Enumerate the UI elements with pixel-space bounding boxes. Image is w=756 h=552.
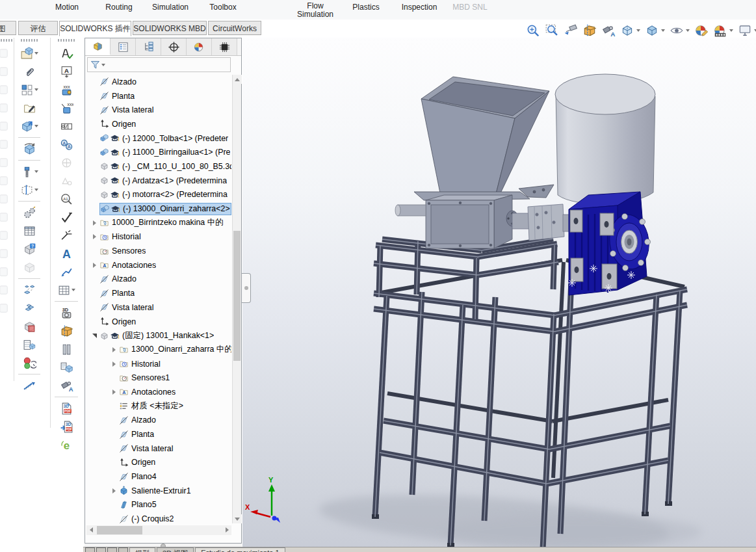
- fm-tab-configuration-manager[interactable]: [136, 38, 161, 55]
- ribbon-tab-评估[interactable]: 评估: [18, 21, 58, 35]
- tree-item-固定-13001-hankak-1[interactable]: (固定) 13001_Hankak<1>: [86, 328, 231, 343]
- tree-item-13000-oinarri-zaharra-中的[interactable]: 13000_Oinarri_zaharra 中的: [86, 343, 231, 357]
- tool-motion-study[interactable]: [23, 204, 36, 221]
- tree-item-origen[interactable]: Origen: [86, 456, 231, 470]
- menu-item-mbd-snl[interactable]: MBD SNL: [452, 3, 487, 12]
- fm-tab-display-manager[interactable]: [187, 38, 212, 55]
- tool-smart-dimension[interactable]: xxx: [60, 81, 73, 98]
- chevron-down-icon[interactable]: [729, 29, 733, 32]
- ribbon-tab-solidworks-mbd[interactable]: SOLIDWORKS MBD: [133, 21, 207, 35]
- chevron-down-icon[interactable]: [34, 189, 38, 191]
- chevron-down-icon[interactable]: [636, 29, 640, 32]
- tool-rotate-component[interactable]: [23, 140, 36, 157]
- chevron-down-icon[interactable]: [34, 52, 38, 55]
- tool-smart-fasteners[interactable]: [20, 163, 38, 180]
- chevron-down-icon[interactable]: [34, 88, 38, 91]
- toolbar-grip[interactable]: [21, 39, 38, 42]
- tree-item-saliente-extruir1[interactable]: Saliente-Extruir1: [86, 484, 231, 498]
- scroll-right-arrow[interactable]: [222, 525, 231, 534]
- tree-item-croquis2[interactable]: (-) Croquis2: [86, 512, 231, 523]
- menu-item-flow-simulation[interactable]: Flow Simulation: [294, 2, 337, 19]
- tool-multi-leader[interactable]: [60, 263, 73, 280]
- tree-item-vista-lateral[interactable]: Vista lateral: [86, 103, 231, 117]
- expander-collapsed-icon[interactable]: [110, 388, 119, 397]
- tree-item-origen[interactable]: Origen: [86, 315, 231, 329]
- fm-tab-dimxpert-manager[interactable]: [161, 38, 187, 55]
- splitter-button[interactable]: [96, 547, 106, 552]
- splitter-button[interactable]: [107, 547, 117, 552]
- expander-collapsed-icon[interactable]: [90, 218, 99, 228]
- tree-item-alzado[interactable]: Alzado: [86, 75, 231, 89]
- menu-item-toolbox[interactable]: Toolbox: [209, 3, 236, 12]
- tool-annotation-view[interactable]: A: [60, 377, 73, 394]
- headsup-zoom-to-area[interactable]: [544, 23, 560, 38]
- headsup-view-orientation[interactable]: [619, 23, 641, 38]
- tree-filter-input[interactable]: [87, 57, 231, 72]
- tool-attachment[interactable]: [23, 63, 36, 80]
- scroll-down-arrow[interactable]: [233, 514, 242, 523]
- ribbon-tab-solidworks-插件[interactable]: SOLIDWORKS 插件: [59, 21, 131, 36]
- splitter-button[interactable]: [85, 547, 95, 552]
- headsup-display-style[interactable]: [644, 23, 666, 38]
- tree-item-alzado[interactable]: Alzado: [86, 414, 231, 428]
- tool-tolerance-frame[interactable]: [60, 118, 73, 135]
- study-tab-模型[interactable]: 模型: [129, 547, 155, 552]
- tool-capture-3d-view[interactable]: 3D: [60, 304, 73, 321]
- tree-item-cm-110-u-100-80-b5-3d[interactable]: (-) _CM_110_U_100_80_B5.3d<: [86, 159, 231, 174]
- fm-tab-property-manager[interactable]: [111, 38, 136, 55]
- tool-performance-evaluation[interactable]: [23, 354, 36, 371]
- ribbon-tab-circuitworks[interactable]: CircuitWorks: [208, 21, 261, 35]
- tree-item-材质-未指定[interactable]: 材质 <未指定>: [86, 399, 231, 414]
- tree-item-11000-birringailua-1-pre[interactable]: (-) 11000_Birringailua<1> (Pre: [86, 145, 231, 159]
- tree-item-vista-lateral[interactable]: Vista lateral: [86, 441, 231, 456]
- tree-item-13000-oinarri-zaharra-2[interactable]: (-) 13000_Oinarri_zaharra<2>: [86, 202, 231, 216]
- tree-item-planta[interactable]: Planta: [86, 89, 231, 103]
- menu-item-routing[interactable]: Routing: [105, 3, 132, 12]
- tree-item-anotaciones[interactable]: AAnotaciones: [86, 258, 231, 272]
- tree-item-alzado[interactable]: Alzado: [86, 272, 231, 287]
- headsup-section-view[interactable]: [582, 23, 597, 38]
- tool-magnifier-note[interactable]: A1: [60, 191, 73, 207]
- tree-item-historial[interactable]: Historial: [86, 357, 231, 371]
- toolbar-grip[interactable]: [58, 39, 75, 42]
- expander-collapsed-icon[interactable]: [110, 360, 119, 369]
- tool-exploded-view[interactable]: [23, 282, 36, 298]
- tree-horizontal-scrollbar[interactable]: [86, 525, 231, 535]
- tool-edrawings[interactable]: e: [60, 436, 73, 453]
- scroll-thumb[interactable]: [233, 231, 241, 361]
- tree-item-sensores1[interactable]: Sensores1: [86, 371, 231, 385]
- expander-collapsed-icon[interactable]: [90, 232, 99, 241]
- tool-move-component[interactable]: [20, 118, 38, 135]
- study-tab-estudio-de-movimiento-1[interactable]: Estudio de movimiento 1: [195, 547, 285, 552]
- headsup-previous-view[interactable]: [563, 23, 579, 38]
- tree-item-origen[interactable]: Origen: [86, 117, 231, 131]
- tool-spellcheck[interactable]: [60, 45, 73, 62]
- headsup-zoom-to-fit[interactable]: [525, 23, 541, 38]
- menu-item-plastics[interactable]: Plastics: [352, 3, 379, 12]
- headsup-edit-appearance[interactable]: [694, 23, 709, 38]
- expander-expanded-icon[interactable]: [90, 331, 99, 340]
- tool-auto-balloon[interactable]: AA: [60, 136, 73, 153]
- scroll-up-arrow[interactable]: [233, 75, 242, 84]
- scroll-thumb[interactable]: [97, 526, 142, 534]
- tree-item-12000-tolba-1-predeter[interactable]: (-) 12000_Tolba<1> (Predeter: [86, 131, 231, 146]
- headsup-view-settings[interactable]: [737, 23, 756, 38]
- chevron-down-icon[interactable]: [72, 289, 75, 291]
- headsup-hide-show-items[interactable]: [669, 23, 690, 38]
- tree-item-motorra-2-predetermina[interactable]: (-) motorra<2> (Predetermina: [86, 188, 231, 202]
- tree-item-ardatza-1-predetermina[interactable]: (-) Ardatza<1> (Predetermina: [86, 174, 231, 188]
- tool-component-info[interactable]: ?: [23, 241, 36, 257]
- menu-item-inspection[interactable]: Inspection: [402, 3, 437, 12]
- tool-note[interactable]: A: [60, 63, 73, 80]
- splitter-button[interactable]: [118, 547, 128, 552]
- tool-export-3d-pdf[interactable]: 3DPDF: [60, 418, 73, 435]
- menu-item-motion[interactable]: Motion: [55, 3, 79, 12]
- chevron-down-icon[interactable]: [101, 64, 105, 66]
- tree-vertical-scrollbar[interactable]: [232, 75, 241, 523]
- tree-item-anotaciones[interactable]: AAnotaciones: [86, 385, 231, 399]
- tree-item-planta[interactable]: Planta: [86, 286, 231, 300]
- tool-assembly-visualization[interactable]: [23, 336, 36, 353]
- tool-insert-component[interactable]: [20, 45, 38, 62]
- scroll-left-arrow[interactable]: [86, 525, 96, 534]
- chevron-down-icon[interactable]: [661, 29, 665, 32]
